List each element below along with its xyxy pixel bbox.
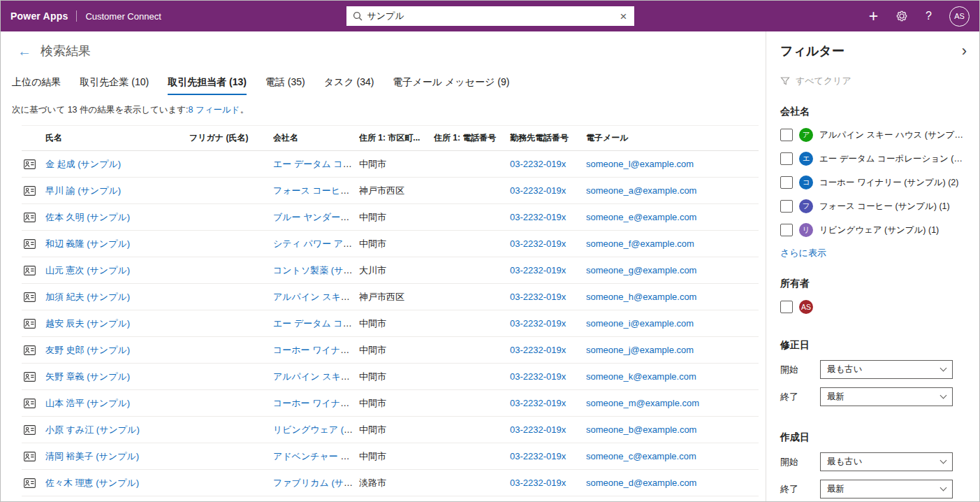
company-filter-item[interactable]: エエー データム コーポレーション (サンプル) (2): [780, 152, 968, 166]
contact-name-link[interactable]: 和辺 義隆 (サンプル): [45, 238, 130, 249]
work-phone-link[interactable]: 03-2232-019x: [510, 478, 566, 488]
company-link[interactable]: アルパイン スキー ハ...: [273, 371, 359, 382]
table-row[interactable]: 早川 諭 (サンプル)フォース コーヒー (サン...神戸市西区03-2232-…: [22, 178, 759, 204]
filter-checkbox[interactable]: [780, 176, 793, 189]
filter-checkbox[interactable]: [780, 224, 793, 236]
table-row[interactable]: 友野 史郎 (サンプル)コーホー ワイナリー (...中間市03-2232-01…: [22, 337, 759, 364]
company-filter-item[interactable]: リリビングウェア (サンプル) (1): [780, 223, 968, 237]
result-tab[interactable]: 電話 (35): [265, 76, 305, 95]
contact-name-link[interactable]: 山元 憲次 (サンプル): [45, 265, 130, 275]
table-row[interactable]: 佐々木 理恵 (サンプル)ファブリカム (サンプル)淡路市03-2232-019…: [22, 470, 759, 496]
company-link[interactable]: アドベンチャー ワーク...: [273, 451, 359, 461]
filter-checkbox[interactable]: [780, 200, 793, 213]
contact-name-link[interactable]: 友野 史郎 (サンプル): [45, 345, 130, 355]
contact-name-link[interactable]: 山本 浩平 (サンプル): [45, 398, 130, 408]
email-link[interactable]: someone_i@example.com: [586, 318, 694, 329]
result-tab[interactable]: タスク (34): [324, 76, 374, 95]
work-phone-link[interactable]: 03-2232-019x: [510, 345, 566, 355]
back-button[interactable]: ←: [17, 44, 31, 58]
created-date-combobox[interactable]: 最も古い: [820, 452, 953, 471]
modified-date-combobox[interactable]: 最も古い: [820, 360, 953, 379]
company-link[interactable]: ファブリカム (サンプル): [273, 478, 359, 488]
app-name[interactable]: Customer Connect: [85, 11, 161, 22]
contact-name-link[interactable]: 矢野 章義 (サンプル): [45, 371, 130, 382]
email-link[interactable]: someone_l@example.com: [586, 159, 694, 169]
email-link[interactable]: someone_h@example.com: [586, 292, 696, 302]
account-avatar[interactable]: AS: [949, 6, 970, 27]
new-item-icon[interactable]: +: [869, 8, 878, 24]
show-more-link[interactable]: さらに表示: [780, 247, 826, 259]
table-row[interactable]: 小原 すみ江 (サンプル)リビングウェア (サン...中間市03-2232-01…: [22, 417, 759, 443]
powerapps-logo[interactable]: Power Apps: [10, 10, 68, 22]
work-phone-link[interactable]: 03-2232-019x: [510, 398, 566, 408]
help-icon[interactable]: ?: [926, 10, 932, 22]
contact-name-link[interactable]: 越安 辰夫 (サンプル): [45, 318, 130, 329]
table-row[interactable]: 山元 憲次 (サンプル)コントソ製薬 (サンプ...大川市03-2232-019…: [22, 257, 759, 284]
work-phone-link[interactable]: 03-2232-019x: [510, 185, 566, 196]
work-phone-link[interactable]: 03-2232-019x: [510, 212, 566, 222]
column-header-furigana[interactable]: フリガナ (氏名): [189, 126, 273, 151]
company-link[interactable]: リビングウェア (サン...: [273, 424, 359, 435]
column-header-email[interactable]: 電子メール: [586, 126, 759, 151]
company-link[interactable]: コントソ製薬 (サンプ...: [273, 265, 359, 275]
contact-name-link[interactable]: 加須 紀夫 (サンプル): [45, 292, 130, 302]
email-link[interactable]: someone_k@example.com: [586, 371, 696, 382]
clear-all-filters[interactable]: すべてクリア: [780, 75, 968, 87]
result-tab[interactable]: 取引先担当者 (13): [168, 76, 247, 95]
table-row[interactable]: 加須 紀夫 (サンプル)アルパイン スキー ハ...神戸市西区03-2232-0…: [22, 284, 759, 310]
contact-name-link[interactable]: 金 起成 (サンプル): [45, 159, 121, 169]
created-date-combobox[interactable]: 最新: [820, 480, 953, 499]
table-row[interactable]: 佐本 久明 (サンプル)ブルー ヤンダー航空 ...中間市03-2232-019…: [22, 204, 759, 231]
company-link[interactable]: アルパイン スキー ハ...: [273, 292, 359, 302]
contact-name-link[interactable]: 小原 すみ江 (サンプル): [45, 424, 140, 435]
company-filter-item[interactable]: フフォース コーヒー (サンプル) (1): [780, 199, 968, 213]
table-row[interactable]: 清岡 裕美子 (サンプル)アドベンチャー ワーク...中間市03-2232-01…: [22, 443, 759, 470]
email-link[interactable]: someone_e@example.com: [586, 212, 696, 222]
email-link[interactable]: someone_j@example.com: [586, 345, 694, 355]
company-link[interactable]: シティ パワー アンド ...: [273, 238, 359, 249]
filter-checkbox[interactable]: [780, 301, 793, 313]
work-phone-link[interactable]: 03-2232-019x: [510, 292, 566, 302]
table-row[interactable]: 越安 辰夫 (サンプル)エー データム コーポレ...中間市03-2232-01…: [22, 310, 759, 337]
fields-link[interactable]: 8 フィールド: [189, 105, 240, 115]
email-link[interactable]: someone_f@example.com: [586, 238, 694, 249]
column-header-addr_phone[interactable]: 住所 1: 電話番号: [434, 126, 510, 151]
email-link[interactable]: someone_c@example.com: [586, 451, 696, 461]
email-link[interactable]: someone_b@example.com: [586, 424, 696, 435]
contact-name-link[interactable]: 佐本 久明 (サンプル): [45, 212, 130, 222]
company-link[interactable]: フォース コーヒー (サン...: [273, 185, 359, 196]
work-phone-link[interactable]: 03-2232-019x: [510, 371, 566, 382]
company-filter-item[interactable]: アアルパイン スキー ハウス (サンプル) (2): [780, 128, 968, 142]
table-row[interactable]: 山本 浩平 (サンプル)コーホー ワイナリー (...中間市03-2232-01…: [22, 390, 759, 417]
collapse-panel-icon[interactable]: ›: [962, 43, 968, 59]
email-link[interactable]: someone_m@example.com: [586, 398, 699, 408]
column-header-company[interactable]: 会社名: [273, 126, 359, 151]
result-tab[interactable]: 電子メール メッセージ (9): [393, 76, 510, 95]
contact-name-link[interactable]: 早川 諭 (サンプル): [45, 185, 121, 196]
filter-checkbox[interactable]: [780, 152, 793, 165]
work-phone-link[interactable]: 03-2232-019x: [510, 265, 566, 275]
work-phone-link[interactable]: 03-2232-019x: [510, 451, 566, 461]
table-row[interactable]: 和辺 義隆 (サンプル)シティ パワー アンド ...中間市03-2232-01…: [22, 231, 759, 257]
work-phone-link[interactable]: 03-2232-019x: [510, 159, 566, 169]
contact-name-link[interactable]: 佐々木 理恵 (サンプル): [45, 478, 139, 488]
table-row[interactable]: 金 起成 (サンプル)エー データム コーポレ...中間市03-2232-019…: [22, 151, 759, 178]
company-filter-item[interactable]: ココーホー ワイナリー (サンプル) (2): [780, 175, 968, 189]
company-link[interactable]: ブルー ヤンダー航空 ...: [273, 212, 359, 222]
work-phone-link[interactable]: 03-2232-019x: [510, 424, 566, 435]
table-row[interactable]: 矢野 章義 (サンプル)アルパイン スキー ハ...中間市03-2232-019…: [22, 364, 759, 390]
clear-search-icon[interactable]: ×: [617, 10, 630, 22]
global-search-box[interactable]: ×: [346, 6, 634, 26]
work-phone-link[interactable]: 03-2232-019x: [510, 238, 566, 249]
column-header-city[interactable]: 住所 1: 市区町...: [359, 126, 434, 151]
modified-date-combobox[interactable]: 最新: [820, 387, 953, 406]
company-link[interactable]: エー データム コーポレ...: [273, 318, 359, 329]
work-phone-link[interactable]: 03-2232-019x: [510, 318, 566, 329]
filter-checkbox[interactable]: [780, 129, 793, 141]
company-link[interactable]: コーホー ワイナリー (...: [273, 398, 359, 408]
contact-name-link[interactable]: 清岡 裕美子 (サンプル): [45, 451, 139, 461]
column-header-name[interactable]: 氏名: [45, 126, 189, 151]
owner-filter-item[interactable]: AS: [780, 300, 968, 314]
search-input[interactable]: [367, 11, 613, 22]
settings-gear-icon[interactable]: [895, 10, 908, 22]
